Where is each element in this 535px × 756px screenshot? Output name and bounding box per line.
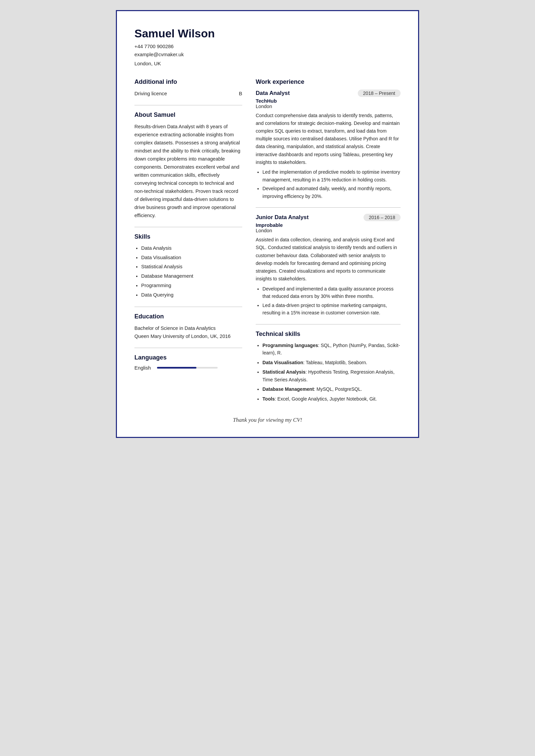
degree: Bachelor of Science in Data Analytics xyxy=(134,324,242,332)
main-content: Additional info Driving licence B About … xyxy=(134,78,401,405)
work-entry-2: Junior Data Analyst 2016 – 2018 Improbab… xyxy=(256,214,401,316)
skills-section: Skills Data Analysis Data Visualisation … xyxy=(134,233,242,299)
right-column: Work experience Data Analyst 2018 – Pres… xyxy=(256,78,401,405)
location: London, UK xyxy=(134,61,401,66)
language-row: English xyxy=(134,365,242,371)
tech-skill-item: Programming languages: SQL, Python (NumP… xyxy=(262,342,401,357)
divider-3 xyxy=(134,307,242,307)
language-bar-fill xyxy=(157,367,196,369)
divider-tech xyxy=(256,324,401,324)
about-title: About Samuel xyxy=(134,111,242,118)
driving-licence-label: Driving licence xyxy=(134,91,167,96)
tech-skill-label: Statistical Analysis xyxy=(262,369,306,375)
tech-skill-item: Data Visualisation: Tableau, Matplotlib,… xyxy=(262,359,401,367)
job-desc-2: Assisted in data collection, cleaning, a… xyxy=(256,236,401,283)
additional-info-title: Additional info xyxy=(134,78,242,85)
job-bullets-2: Developed and implemented a data quality… xyxy=(256,285,401,317)
job-title-1: Data Analyst xyxy=(256,90,290,97)
education-section: Education Bachelor of Science in Data An… xyxy=(134,313,242,340)
company-1: TechHub xyxy=(256,98,401,104)
tech-skills-list: Programming languages: SQL, Python (NumP… xyxy=(256,342,401,403)
cv-header: Samuel Wilson +44 7700 900286 example@cv… xyxy=(134,27,401,66)
tech-skill-item: Statistical Analysis: Hypothesis Testing… xyxy=(262,368,401,383)
work-experience-title: Work experience xyxy=(256,78,401,85)
job-date-2: 2016 – 2018 xyxy=(364,214,401,221)
about-text: Results-driven Data Analyst with 8 years… xyxy=(134,123,242,219)
languages-section: Languages English xyxy=(134,354,242,371)
institution: Queen Mary University of London, UK, 201… xyxy=(134,332,242,340)
skill-item: Programming xyxy=(141,282,242,290)
tech-skill-item: Tools: Excel, Google Analytics, Jupyter … xyxy=(262,395,401,403)
skill-item: Data Querying xyxy=(141,291,242,299)
job-date-1: 2018 – Present xyxy=(358,90,401,97)
email: example@cvmaker.uk xyxy=(134,52,184,57)
divider-1 xyxy=(134,105,242,105)
job-desc-1: Conduct comprehensive data analysis to i… xyxy=(256,112,401,167)
job-title-2: Junior Data Analyst xyxy=(256,214,309,221)
candidate-name: Samuel Wilson xyxy=(134,27,401,40)
tech-skill-label: Data Visualisation xyxy=(262,360,303,365)
thank-you-text: Thank you for viewing my CV! xyxy=(134,417,401,423)
tech-skill-item: Database Management: MySQL, PostgreSQL. xyxy=(262,385,401,393)
tech-skill-label: Programming languages xyxy=(262,343,318,348)
skills-title: Skills xyxy=(134,233,242,240)
language-name: English xyxy=(134,365,151,371)
contact-info: +44 7700 900286 example@cvmaker.uk xyxy=(134,43,401,59)
location-1: London xyxy=(256,104,401,109)
bullet-item: Led the implementation of predictive mod… xyxy=(262,168,401,183)
skill-item: Database Management xyxy=(141,272,242,280)
languages-title: Languages xyxy=(134,354,242,361)
skill-item: Statistical Analysis xyxy=(141,263,242,271)
location-2: London xyxy=(256,228,401,233)
divider-work xyxy=(256,207,401,208)
left-column: Additional info Driving licence B About … xyxy=(134,78,242,405)
divider-2 xyxy=(134,227,242,227)
about-section: About Samuel Results-driven Data Analyst… xyxy=(134,111,242,219)
education-title: Education xyxy=(134,313,242,320)
technical-skills-title: Technical skills xyxy=(256,331,401,338)
company-2: Improbable xyxy=(256,222,401,228)
skills-list: Data Analysis Data Visualisation Statist… xyxy=(134,244,242,299)
tech-skill-label: Tools xyxy=(262,396,275,402)
work-header-1: Data Analyst 2018 – Present xyxy=(256,90,401,97)
technical-skills-section: Technical skills Programming languages: … xyxy=(256,331,401,403)
work-experience-section: Work experience Data Analyst 2018 – Pres… xyxy=(256,78,401,403)
skill-item: Data Analysis xyxy=(141,244,242,252)
cv-page: Samuel Wilson +44 7700 900286 example@cv… xyxy=(116,10,419,438)
bullet-item: Developed and implemented a data quality… xyxy=(262,285,401,300)
tech-skill-label: Database Management xyxy=(262,386,314,392)
language-bar-bg xyxy=(157,367,218,369)
phone: +44 7700 900286 xyxy=(134,44,174,49)
bullet-item: Developed and automated daily, weekly, a… xyxy=(262,185,401,200)
job-bullets-1: Led the implementation of predictive mod… xyxy=(256,168,401,200)
driving-licence-row: Driving licence B xyxy=(134,90,242,98)
work-header-2: Junior Data Analyst 2016 – 2018 xyxy=(256,214,401,221)
additional-info-section: Additional info Driving licence B xyxy=(134,78,242,98)
bullet-item: Led a data-driven project to optimise ma… xyxy=(262,302,401,317)
work-entry-1: Data Analyst 2018 – Present TechHub Lond… xyxy=(256,90,401,200)
driving-licence-value: B xyxy=(239,91,242,96)
skill-item: Data Visualisation xyxy=(141,254,242,262)
divider-4 xyxy=(134,348,242,348)
